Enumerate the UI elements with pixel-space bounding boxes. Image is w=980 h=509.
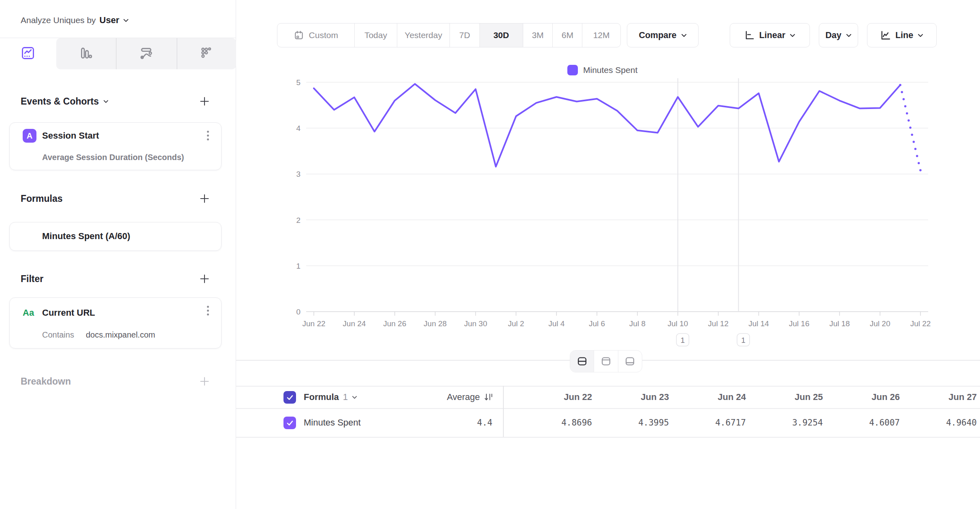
date-range-label: Custom [309, 30, 338, 40]
x-tick-label: Jul 20 [870, 319, 891, 328]
event-letter-badge: A [23, 129, 36, 143]
x-tick-label: Jun 30 [464, 319, 487, 328]
filter-options-kebab-icon[interactable] [203, 304, 212, 317]
layout-toggle [570, 350, 642, 372]
add-filter-button[interactable] [198, 273, 211, 285]
event-options-kebab-icon[interactable] [203, 129, 212, 142]
date-range-custom[interactable]: Custom [277, 24, 355, 47]
table-only-view-button[interactable] [618, 351, 642, 372]
x-tick-label: Jul 16 [789, 319, 810, 328]
cell-value: 4.9640 [900, 414, 977, 432]
event-card-session-start[interactable]: A Session Start Average Session Duration… [9, 122, 222, 170]
event-name[interactable]: Session Start [42, 127, 99, 145]
breakdown-header: Breakdown [21, 372, 71, 390]
x-tick-label: Jul 22 [910, 319, 931, 328]
chart-only-view-button[interactable] [594, 351, 618, 372]
series-checkbox[interactable] [283, 417, 296, 429]
line-chart-tab-icon[interactable] [21, 46, 35, 62]
y-tick-label: 5 [296, 78, 300, 87]
date-column-header[interactable]: Jun 24 [669, 388, 746, 406]
metrics-tab-icon[interactable] [199, 46, 214, 62]
date-range-30d[interactable]: 30D [480, 24, 523, 47]
sort-icon[interactable] [484, 392, 494, 402]
filter-value[interactable]: docs.mixpanel.com [86, 326, 155, 344]
y-tick-label: 4 [296, 124, 300, 133]
report-main-area: CustomTodayYesterday7D30D3M6M12M Compare… [236, 0, 980, 509]
date-column-header[interactable]: Jun 23 [592, 388, 669, 406]
flow-tab-icon[interactable] [139, 46, 153, 62]
analyze-uniques-value[interactable]: User [100, 15, 119, 26]
date-range-7d[interactable]: 7D [450, 24, 480, 47]
add-breakdown-button[interactable] [198, 375, 211, 387]
filter-property-name[interactable]: Current URL [42, 304, 95, 322]
x-tick-label: Jun 22 [302, 319, 325, 328]
chevron-down-icon [846, 34, 852, 37]
add-event-button[interactable] [198, 95, 211, 107]
formula-card[interactable]: Minutes Spent (A/60) [9, 222, 222, 251]
chart-canvas[interactable]: 012345Jun 22Jun 24Jun 26Jun 28Jun 30Jul … [236, 57, 980, 357]
chevron-down-icon [918, 34, 923, 37]
date-column-header[interactable]: Jun 22 [515, 388, 592, 406]
cell-value: 4.6717 [669, 414, 746, 432]
date-range-yesterday[interactable]: Yesterday [397, 24, 450, 47]
annotation-badge-label: 1 [681, 336, 685, 344]
annotation-badge-label: 1 [741, 336, 746, 344]
filter-operator[interactable]: Contains [42, 326, 74, 344]
x-tick-label: Jul 18 [829, 319, 850, 328]
date-range-6m[interactable]: 6M [553, 24, 582, 47]
date-range-3m[interactable]: 3M [523, 24, 553, 47]
date-range-label: 12M [593, 30, 610, 40]
filter-header: Filter [21, 270, 43, 288]
date-column-header[interactable]: Jun 25 [746, 388, 823, 406]
formula-group-label: Formula [304, 392, 339, 402]
tab-separator [177, 38, 177, 69]
formula-name[interactable]: Minutes Spent (A/60) [42, 227, 130, 245]
select-all-checkbox[interactable] [283, 391, 296, 404]
date-range-12m[interactable]: 12M [582, 24, 620, 47]
cell-value: 4.3995 [592, 414, 669, 432]
x-tick-label: Jun 24 [343, 319, 366, 328]
formula-group-number: 1 [343, 392, 348, 402]
chart-type-button[interactable]: Line [867, 23, 937, 47]
scale-button[interactable]: Linear [730, 23, 810, 47]
events-cohorts-title: Events & Cohorts [21, 96, 99, 107]
x-tick-label: Jul 8 [629, 319, 646, 328]
series-row-name[interactable]: Minutes Spent [304, 414, 361, 432]
table-column-divider [503, 386, 504, 437]
y-tick-label: 0 [296, 308, 300, 316]
average-header-label: Average [447, 392, 480, 402]
add-formula-button[interactable] [198, 192, 211, 205]
formula-group-header[interactable]: Formula 1 [304, 388, 357, 406]
date-range-today[interactable]: Today [355, 24, 398, 47]
event-aggregation[interactable]: Average Session Duration (Seconds) [42, 148, 184, 166]
date-column-header[interactable]: Jun 27 [900, 388, 977, 406]
events-cohorts-header[interactable]: Events & Cohorts [21, 92, 109, 110]
bar-chart-tab-icon[interactable] [79, 46, 93, 62]
filter-card-current-url[interactable]: Aa Current URL Contains docs.mixpanel.co… [9, 297, 222, 349]
compare-button[interactable]: Compare [627, 23, 699, 47]
linear-scale-icon [744, 30, 755, 41]
x-tick-label: Jul 2 [508, 319, 524, 328]
insights-report-page: Analyze Uniques by User [0, 0, 980, 509]
average-column-header[interactable]: Average [390, 388, 494, 406]
date-column-header[interactable]: Jun 26 [823, 388, 900, 406]
formulas-header: Formulas [21, 190, 63, 207]
scale-label: Linear [759, 30, 786, 41]
y-tick-label: 2 [296, 216, 300, 225]
y-tick-label: 3 [296, 170, 300, 178]
date-range-label: 6M [562, 30, 573, 40]
date-range-label: 30D [493, 30, 509, 40]
split-view-button[interactable] [570, 351, 594, 372]
chevron-down-icon[interactable] [123, 19, 129, 22]
date-range-label: Today [364, 30, 387, 40]
x-tick-label: Jul 10 [667, 319, 688, 328]
granularity-button[interactable]: Day [819, 23, 858, 47]
date-range-label: Yesterday [405, 30, 442, 40]
x-tick-label: Jul 12 [708, 319, 729, 328]
series-line-minutes-spent[interactable] [314, 84, 900, 167]
granularity-label: Day [825, 30, 841, 41]
x-tick-label: Jul 6 [589, 319, 605, 328]
x-tick-label: Jun 26 [383, 319, 406, 328]
date-range-label: 7D [459, 30, 470, 40]
query-builder-sidebar: Analyze Uniques by User [0, 0, 236, 509]
